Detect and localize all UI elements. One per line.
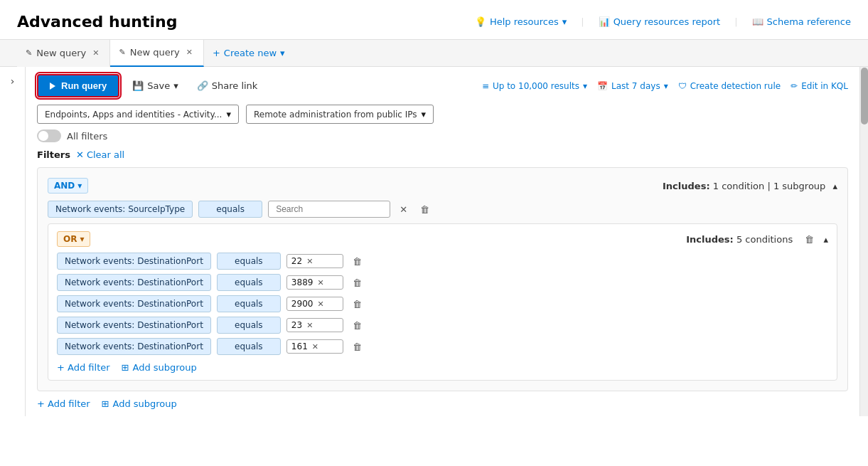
or-condition-4: Network events: DestinationPort equals 1…	[57, 338, 828, 355]
filter-row: Endpoints, Apps and identities - Activit…	[37, 105, 848, 124]
edit-kql-button[interactable]: ✏ Edit in KQL	[791, 81, 848, 91]
tab-close-2[interactable]: ✕	[184, 46, 195, 58]
chevron-up-icon-or[interactable]: ▴	[823, 234, 828, 245]
chevron-down-icon-tab: ▾	[280, 48, 285, 58]
tab-query-1[interactable]: ✎ New query ✕	[17, 40, 110, 67]
share-link-button[interactable]: 🔗 Share link	[191, 77, 264, 95]
top-field: Network events: SourceIpType	[48, 201, 193, 218]
create-new-tab[interactable]: + Create new ▾	[204, 40, 294, 67]
or-field-0: Network events: DestinationPort	[57, 253, 211, 270]
or-add-filter-button[interactable]: + Add filter	[57, 362, 110, 373]
chevron-down-icon-save: ▾	[173, 80, 178, 91]
save-icon: 💾	[132, 80, 144, 91]
toolbar-left: Run query 💾 Save ▾ 🔗 Share link	[37, 74, 263, 97]
or-delete-4[interactable]: 🗑	[349, 340, 365, 354]
scrollbar-thumb[interactable]	[861, 68, 868, 125]
top-clear-icon[interactable]: ✕	[396, 203, 411, 216]
chevron-up-icon-and[interactable]: ▴	[832, 181, 837, 191]
or-delete-0[interactable]: 🗑	[349, 255, 365, 268]
category-filter-select[interactable]: Endpoints, Apps and identities - Activit…	[37, 105, 239, 124]
page-title: Advanced hunting	[17, 13, 177, 31]
save-button[interactable]: 💾 Save ▾	[127, 77, 183, 95]
content-area: › Run query 💾 Save ▾ 🔗	[0, 67, 868, 416]
or-delete-2[interactable]: 🗑	[349, 297, 365, 311]
play-icon	[50, 83, 55, 90]
scrollbar[interactable]	[859, 67, 868, 416]
query-icon: ✎	[26, 48, 32, 58]
or-badge[interactable]: OR ▾	[57, 231, 90, 247]
or-val-1: 3889 ✕	[286, 275, 343, 290]
or-val-clear-2[interactable]: ✕	[317, 300, 323, 309]
or-field-3: Network events: DestinationPort	[57, 317, 211, 334]
toggle-thumb	[38, 131, 48, 141]
chevron-down-icon-or: ▾	[80, 234, 84, 244]
query-resources-report-button[interactable]: 📊 Query resources report	[599, 16, 720, 27]
or-op-4: equals	[217, 338, 281, 355]
or-val-4: 161 ✕	[286, 339, 343, 354]
query-filter-select[interactable]: Remote administration from public IPs ▾	[246, 105, 434, 124]
and-includes-info: Includes: 1 condition | 1 subgroup ▴	[663, 181, 837, 191]
all-filters-row: All filters	[37, 129, 848, 142]
or-delete-icon[interactable]: 🗑	[801, 233, 818, 246]
or-add-subgroup-button[interactable]: ⊞ Add subgroup	[122, 362, 197, 373]
all-filters-toggle[interactable]	[37, 129, 61, 142]
top-operator: equals	[198, 201, 262, 218]
calendar-icon: 📅	[597, 81, 608, 91]
chevron-down-icon-and: ▾	[77, 181, 82, 191]
add-subgroup-icon: ⊞	[122, 362, 129, 373]
header-actions: 💡 Help resources ▾ | 📊 Query resources r…	[475, 16, 851, 27]
tab-close-1[interactable]: ✕	[90, 47, 101, 59]
bottom-add-subgroup-button[interactable]: ⊞ Add subgroup	[102, 398, 177, 409]
x-icon: ✕	[76, 149, 84, 160]
query-icon-2: ✎	[119, 48, 125, 57]
main-content: Run query 💾 Save ▾ 🔗 Share link ≡	[26, 67, 859, 416]
clear-all-button[interactable]: ✕ Clear all	[76, 149, 124, 160]
and-box-header: AND ▾ Includes: 1 condition | 1 subgroup…	[48, 178, 837, 194]
or-field-4: Network events: DestinationPort	[57, 338, 211, 355]
or-op-2: equals	[217, 295, 281, 312]
or-condition-3: Network events: DestinationPort equals 2…	[57, 317, 828, 334]
or-box-header: OR ▾ Includes: 5 conditions 🗑 ▴	[57, 231, 828, 247]
or-val-clear-1[interactable]: ✕	[317, 278, 323, 287]
time-range-button[interactable]: 📅 Last 7 days ▾	[597, 81, 668, 91]
chevron-down-icon-query: ▾	[422, 109, 427, 120]
sidebar-collapse-button[interactable]: ›	[0, 67, 26, 416]
shield-icon: 🛡	[678, 81, 687, 91]
results-icon: ≡	[482, 81, 489, 91]
or-val-clear-3[interactable]: ✕	[306, 321, 313, 330]
create-detection-button[interactable]: 🛡 Create detection rule	[678, 81, 781, 91]
top-condition-row: Network events: SourceIpType equals ✕ 🗑	[48, 201, 837, 218]
toolbar-right: ≡ Up to 10,000 results ▾ 📅 Last 7 days ▾…	[482, 81, 848, 91]
or-includes-info: Includes: 5 conditions 🗑 ▴	[686, 234, 828, 245]
chevron-down-icon-time: ▾	[664, 81, 668, 91]
and-badge[interactable]: AND ▾	[48, 178, 88, 194]
or-condition-0: Network events: DestinationPort equals 2…	[57, 253, 828, 270]
or-delete-1[interactable]: 🗑	[349, 276, 365, 290]
or-op-3: equals	[217, 317, 281, 334]
results-limit-button[interactable]: ≡ Up to 10,000 results ▾	[482, 81, 587, 91]
or-val-clear-4[interactable]: ✕	[312, 342, 318, 351]
chevron-down-icon-results: ▾	[583, 81, 587, 91]
chevron-down-icon: ▾	[562, 16, 567, 27]
tabs-bar: ✎ New query ✕ ✎ New query ✕ + Create new…	[0, 40, 868, 67]
bottom-add-filter-button[interactable]: + Add filter	[37, 398, 90, 409]
or-field-2: Network events: DestinationPort	[57, 295, 211, 312]
tab-query-2[interactable]: ✎ New query ✕	[110, 40, 203, 67]
filters-header: Filters ✕ Clear all	[37, 149, 848, 160]
top-value-input[interactable]	[268, 201, 390, 218]
plus-icon: +	[213, 48, 220, 58]
book-icon: 📖	[752, 16, 763, 27]
or-add-footer: + Add filter ⊞ Add subgroup	[57, 362, 828, 373]
schema-reference-button[interactable]: 📖 Schema reference	[752, 16, 851, 27]
top-delete-icon[interactable]: 🗑	[417, 203, 433, 216]
or-delete-3[interactable]: 🗑	[349, 319, 365, 332]
and-logic-box: AND ▾ Includes: 1 condition | 1 subgroup…	[37, 167, 848, 391]
or-op-0: equals	[217, 253, 281, 270]
or-val-2: 2900 ✕	[286, 297, 343, 311]
help-resources-button[interactable]: 💡 Help resources ▾	[475, 16, 567, 27]
edit-icon: ✏	[791, 81, 798, 91]
toolbar: Run query 💾 Save ▾ 🔗 Share link ≡	[37, 74, 848, 97]
separator: |	[581, 16, 584, 27]
run-query-button[interactable]: Run query	[37, 74, 119, 97]
or-val-clear-0[interactable]: ✕	[306, 257, 313, 266]
